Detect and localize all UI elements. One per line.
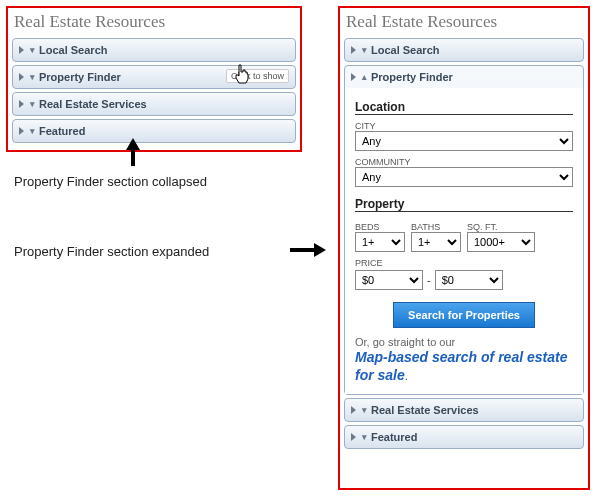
divider <box>355 211 573 212</box>
accordion: ▾ Local Search ▾ Property Finder Click t… <box>8 38 300 150</box>
city-label: CITY <box>355 121 573 131</box>
beds-label: BEDS <box>355 222 405 232</box>
triangle-right-icon <box>351 46 356 54</box>
baths-select[interactable]: 1+ <box>411 232 461 252</box>
section-label: Property Finder <box>371 71 453 83</box>
triangle-right-icon <box>19 100 24 108</box>
section-header[interactable]: ▴ Property Finder <box>345 66 583 88</box>
property-finder-body: Location CITY Any COMMUNITY Any Property <box>345 88 583 394</box>
search-button[interactable]: Search for Properties <box>393 302 535 328</box>
section-featured[interactable]: ▾ Featured <box>12 119 296 143</box>
section-label: Real Estate Services <box>39 98 147 110</box>
caret-down-icon: ▾ <box>30 45 35 55</box>
property-heading: Property <box>355 197 573 211</box>
section-property-finder[interactable]: ▾ Property Finder Click to show <box>12 65 296 89</box>
section-label: Local Search <box>39 44 107 56</box>
section-featured[interactable]: ▾ Featured <box>344 425 584 449</box>
caret-down-icon: ▾ <box>362 45 367 55</box>
widget-expanded: Real Estate Resources ▾ Local Search ▴ P… <box>338 6 590 490</box>
sqft-select[interactable]: 1000+ <box>467 232 535 252</box>
baths-label: BATHS <box>411 222 461 232</box>
caret-down-icon: ▾ <box>362 405 367 415</box>
triangle-right-icon <box>351 433 356 441</box>
widget-title: Real Estate Resources <box>8 8 300 38</box>
triangle-right-icon <box>351 406 356 414</box>
tooltip: Click to show <box>226 69 289 83</box>
triangle-right-icon <box>351 73 356 81</box>
arrow-up-icon <box>131 150 135 166</box>
divider <box>355 114 573 115</box>
caption-expanded: Property Finder section expanded <box>14 244 209 259</box>
section-local-search[interactable]: ▾ Local Search <box>12 38 296 62</box>
price-min-select[interactable]: $0 <box>355 270 423 290</box>
triangle-right-icon <box>19 73 24 81</box>
community-label: COMMUNITY <box>355 157 573 167</box>
accordion: ▾ Local Search ▴ Property Finder Locatio… <box>340 38 588 456</box>
location-heading: Location <box>355 100 573 114</box>
section-label: Property Finder <box>39 71 121 83</box>
widget-title: Real Estate Resources <box>340 8 588 38</box>
or-text: Or, go straight to our <box>355 336 573 348</box>
caret-down-icon: ▾ <box>30 72 35 82</box>
map-search-link[interactable]: Map-based search of real estate for sale <box>355 349 567 383</box>
arrow-up-icon <box>126 138 140 150</box>
triangle-right-icon <box>19 46 24 54</box>
period: . <box>405 370 408 382</box>
section-label: Local Search <box>371 44 439 56</box>
section-local-search[interactable]: ▾ Local Search <box>344 38 584 62</box>
caret-down-icon: ▾ <box>362 432 367 442</box>
price-label: PRICE <box>355 258 573 268</box>
caret-up-icon: ▴ <box>362 72 367 82</box>
price-max-select[interactable]: $0 <box>435 270 503 290</box>
caret-down-icon: ▾ <box>30 126 35 136</box>
section-real-estate-services[interactable]: ▾ Real Estate Services <box>344 398 584 422</box>
sqft-label: SQ. FT. <box>467 222 535 232</box>
widget-collapsed: Real Estate Resources ▾ Local Search ▾ P… <box>6 6 302 152</box>
city-select[interactable]: Any <box>355 131 573 151</box>
price-separator: - <box>427 274 431 286</box>
section-property-finder-expanded: ▴ Property Finder Location CITY Any COMM… <box>344 65 584 395</box>
arrow-right-icon <box>314 243 326 257</box>
section-label: Featured <box>371 431 417 443</box>
section-label: Featured <box>39 125 85 137</box>
beds-select[interactable]: 1+ <box>355 232 405 252</box>
arrow-right-icon <box>290 248 314 252</box>
community-select[interactable]: Any <box>355 167 573 187</box>
section-real-estate-services[interactable]: ▾ Real Estate Services <box>12 92 296 116</box>
triangle-right-icon <box>19 127 24 135</box>
section-label: Real Estate Services <box>371 404 479 416</box>
caret-down-icon: ▾ <box>30 99 35 109</box>
caption-collapsed: Property Finder section collapsed <box>14 174 207 189</box>
